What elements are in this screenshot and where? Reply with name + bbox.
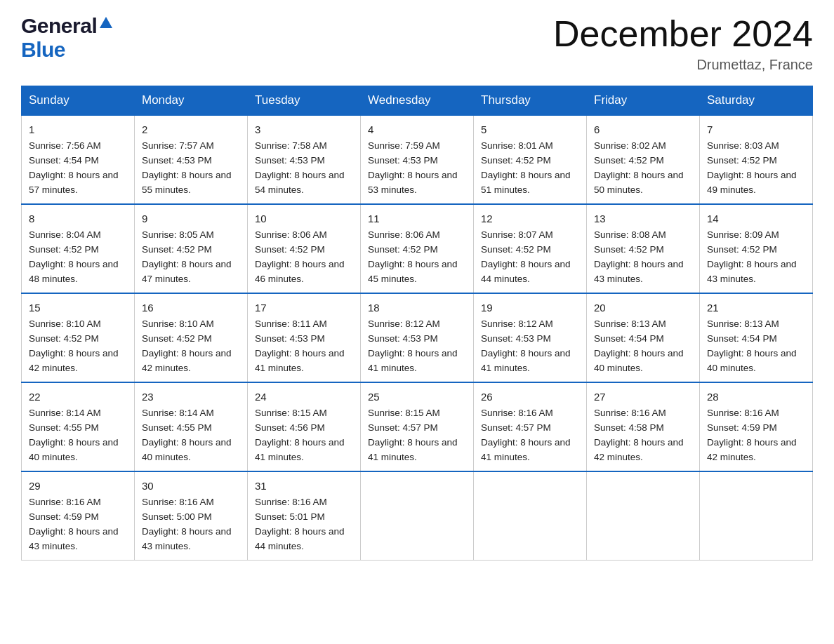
day-number: 22: [29, 389, 127, 405]
day-info: Sunrise: 8:13 AMSunset: 4:54 PMDaylight:…: [707, 318, 797, 373]
day-info: Sunrise: 8:05 AMSunset: 4:52 PMDaylight:…: [142, 229, 232, 284]
day-number: 30: [142, 478, 240, 494]
day-number: 2: [142, 121, 240, 137]
day-number: 9: [142, 210, 240, 227]
day-info: Sunrise: 7:56 AMSunset: 4:54 PMDaylight:…: [29, 140, 119, 195]
calendar-week-row: 1Sunrise: 7:56 AMSunset: 4:54 PMDaylight…: [22, 115, 813, 204]
calendar-table: Sunday Monday Tuesday Wednesday Thursday…: [21, 86, 813, 561]
day-number: 7: [707, 121, 805, 137]
day-number: 11: [368, 210, 466, 227]
header-thursday: Thursday: [474, 86, 587, 116]
calendar-day-cell: [700, 471, 813, 560]
day-number: 26: [481, 389, 579, 405]
day-number: 21: [707, 300, 805, 316]
day-number: 20: [594, 300, 692, 316]
day-number: 17: [255, 300, 353, 316]
day-number: 6: [594, 121, 692, 137]
day-info: Sunrise: 8:11 AMSunset: 4:53 PMDaylight:…: [255, 318, 345, 373]
logo-triangle-icon: [98, 15, 114, 31]
day-info: Sunrise: 7:59 AMSunset: 4:53 PMDaylight:…: [368, 140, 458, 195]
day-info: Sunrise: 7:57 AMSunset: 4:53 PMDaylight:…: [142, 140, 232, 195]
day-info: Sunrise: 8:06 AMSunset: 4:52 PMDaylight:…: [255, 229, 345, 284]
day-info: Sunrise: 8:15 AMSunset: 4:56 PMDaylight:…: [255, 408, 345, 462]
calendar-day-cell: 9Sunrise: 8:05 AMSunset: 4:52 PMDaylight…: [135, 204, 248, 293]
day-info: Sunrise: 8:14 AMSunset: 4:55 PMDaylight:…: [29, 408, 119, 462]
calendar-day-cell: 12Sunrise: 8:07 AMSunset: 4:52 PMDayligh…: [474, 204, 587, 293]
location: Drumettaz, France: [553, 57, 813, 73]
month-title: December 2024: [553, 14, 813, 54]
header-sunday: Sunday: [22, 86, 135, 116]
day-number: 4: [368, 121, 466, 137]
day-info: Sunrise: 8:16 AMSunset: 4:59 PMDaylight:…: [707, 408, 797, 462]
day-info: Sunrise: 8:16 AMSunset: 4:59 PMDaylight:…: [29, 497, 119, 551]
day-number: 29: [29, 478, 127, 494]
day-info: Sunrise: 8:13 AMSunset: 4:54 PMDaylight:…: [594, 318, 684, 373]
logo-general-text: General: [21, 14, 97, 38]
calendar-day-cell: 29Sunrise: 8:16 AMSunset: 4:59 PMDayligh…: [22, 471, 135, 560]
day-info: Sunrise: 8:16 AMSunset: 4:58 PMDaylight:…: [594, 408, 684, 462]
calendar-day-cell: 8Sunrise: 8:04 AMSunset: 4:52 PMDaylight…: [22, 204, 135, 293]
day-info: Sunrise: 8:04 AMSunset: 4:52 PMDaylight:…: [29, 229, 119, 284]
day-number: 13: [594, 210, 692, 227]
calendar-day-cell: 20Sunrise: 8:13 AMSunset: 4:54 PMDayligh…: [587, 293, 700, 382]
day-info: Sunrise: 8:12 AMSunset: 4:53 PMDaylight:…: [368, 318, 458, 373]
calendar-day-cell: 1Sunrise: 7:56 AMSunset: 4:54 PMDaylight…: [22, 115, 135, 204]
day-info: Sunrise: 8:15 AMSunset: 4:57 PMDaylight:…: [368, 408, 458, 462]
calendar-week-row: 29Sunrise: 8:16 AMSunset: 4:59 PMDayligh…: [22, 471, 813, 560]
day-info: Sunrise: 8:06 AMSunset: 4:52 PMDaylight:…: [368, 229, 458, 284]
day-info: Sunrise: 8:01 AMSunset: 4:52 PMDaylight:…: [481, 140, 571, 195]
calendar-day-cell: 18Sunrise: 8:12 AMSunset: 4:53 PMDayligh…: [361, 293, 474, 382]
day-number: 12: [481, 210, 579, 227]
header-tuesday: Tuesday: [248, 86, 361, 116]
day-number: 8: [29, 210, 127, 227]
day-info: Sunrise: 8:16 AMSunset: 5:01 PMDaylight:…: [255, 497, 345, 551]
day-number: 23: [142, 389, 240, 405]
calendar-day-cell: 30Sunrise: 8:16 AMSunset: 5:00 PMDayligh…: [135, 471, 248, 560]
day-info: Sunrise: 8:16 AMSunset: 5:00 PMDaylight:…: [142, 497, 232, 551]
day-number: 5: [481, 121, 579, 137]
calendar-day-cell: 23Sunrise: 8:14 AMSunset: 4:55 PMDayligh…: [135, 382, 248, 471]
day-number: 3: [255, 121, 353, 137]
logo-blue-text: Blue: [21, 38, 65, 61]
calendar-day-cell: 22Sunrise: 8:14 AMSunset: 4:55 PMDayligh…: [22, 382, 135, 471]
calendar-day-cell: 24Sunrise: 8:15 AMSunset: 4:56 PMDayligh…: [248, 382, 361, 471]
calendar-day-cell: 13Sunrise: 8:08 AMSunset: 4:52 PMDayligh…: [587, 204, 700, 293]
calendar-day-cell: 10Sunrise: 8:06 AMSunset: 4:52 PMDayligh…: [248, 204, 361, 293]
calendar-day-cell: 3Sunrise: 7:58 AMSunset: 4:53 PMDaylight…: [248, 115, 361, 204]
day-number: 16: [142, 300, 240, 316]
calendar-week-row: 15Sunrise: 8:10 AMSunset: 4:52 PMDayligh…: [22, 293, 813, 382]
title-block: December 2024 Drumettaz, France: [553, 14, 813, 73]
calendar-week-row: 8Sunrise: 8:04 AMSunset: 4:52 PMDaylight…: [22, 204, 813, 293]
day-number: 25: [368, 389, 466, 405]
calendar-day-cell: 19Sunrise: 8:12 AMSunset: 4:53 PMDayligh…: [474, 293, 587, 382]
calendar-day-cell: [361, 471, 474, 560]
calendar-day-cell: 11Sunrise: 8:06 AMSunset: 4:52 PMDayligh…: [361, 204, 474, 293]
calendar-day-cell: 2Sunrise: 7:57 AMSunset: 4:53 PMDaylight…: [135, 115, 248, 204]
day-number: 19: [481, 300, 579, 316]
calendar-day-cell: 31Sunrise: 8:16 AMSunset: 5:01 PMDayligh…: [248, 471, 361, 560]
header-friday: Friday: [587, 86, 700, 116]
day-info: Sunrise: 8:09 AMSunset: 4:52 PMDaylight:…: [707, 229, 797, 284]
calendar-day-cell: [474, 471, 587, 560]
calendar-day-cell: 27Sunrise: 8:16 AMSunset: 4:58 PMDayligh…: [587, 382, 700, 471]
calendar-day-cell: 21Sunrise: 8:13 AMSunset: 4:54 PMDayligh…: [700, 293, 813, 382]
calendar-day-cell: [587, 471, 700, 560]
day-number: 15: [29, 300, 127, 316]
day-number: 14: [707, 210, 805, 227]
calendar-day-cell: 6Sunrise: 8:02 AMSunset: 4:52 PMDaylight…: [587, 115, 700, 204]
day-number: 24: [255, 389, 353, 405]
calendar-day-cell: 26Sunrise: 8:16 AMSunset: 4:57 PMDayligh…: [474, 382, 587, 471]
day-info: Sunrise: 8:10 AMSunset: 4:52 PMDaylight:…: [142, 318, 232, 373]
header-wednesday: Wednesday: [361, 86, 474, 116]
calendar-day-cell: 17Sunrise: 8:11 AMSunset: 4:53 PMDayligh…: [248, 293, 361, 382]
day-info: Sunrise: 8:14 AMSunset: 4:55 PMDaylight:…: [142, 408, 232, 462]
day-number: 28: [707, 389, 805, 405]
calendar-day-cell: 15Sunrise: 8:10 AMSunset: 4:52 PMDayligh…: [22, 293, 135, 382]
day-info: Sunrise: 8:02 AMSunset: 4:52 PMDaylight:…: [594, 140, 684, 195]
calendar-header-row: Sunday Monday Tuesday Wednesday Thursday…: [22, 86, 813, 116]
logo: General Blue: [21, 14, 114, 62]
header-saturday: Saturday: [700, 86, 813, 116]
day-info: Sunrise: 8:07 AMSunset: 4:52 PMDaylight:…: [481, 229, 571, 284]
calendar-day-cell: 4Sunrise: 7:59 AMSunset: 4:53 PMDaylight…: [361, 115, 474, 204]
svg-marker-0: [100, 17, 112, 28]
